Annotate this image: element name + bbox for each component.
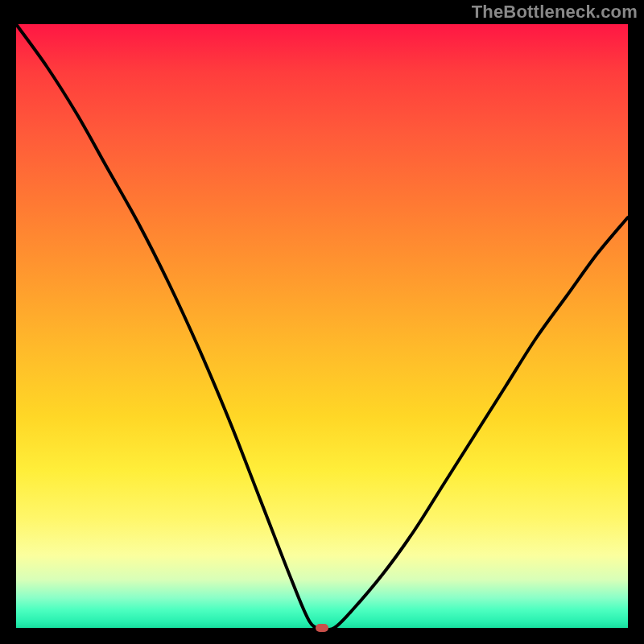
bottleneck-curve — [16, 24, 628, 628]
curve-layer — [16, 24, 628, 628]
plot-area — [16, 24, 628, 628]
optimum-marker — [316, 624, 328, 632]
watermark-label: TheBottleneck.com — [472, 2, 638, 23]
chart-frame: TheBottleneck.com — [0, 0, 644, 644]
